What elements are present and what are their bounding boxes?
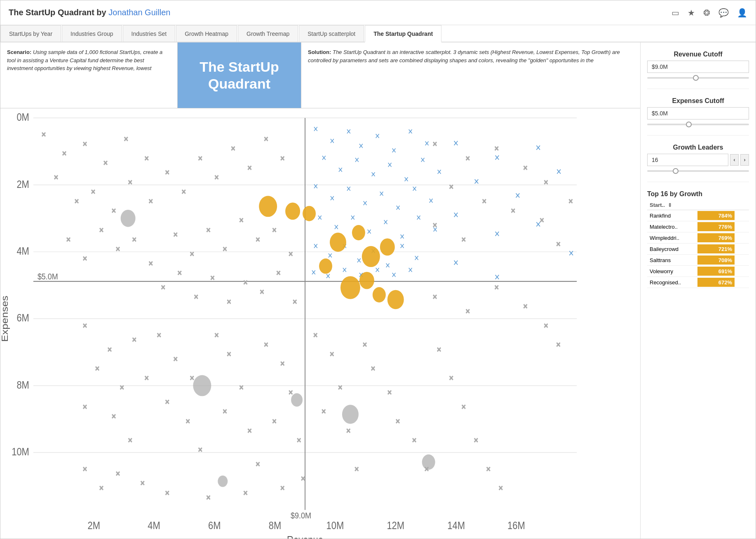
- svg-text:×: ×: [289, 248, 293, 258]
- svg-text:14M: 14M: [447, 519, 465, 531]
- svg-text:×: ×: [190, 373, 194, 383]
- svg-text:×: ×: [280, 483, 284, 493]
- list-item[interactable]: Matelectro..776%: [647, 221, 749, 232]
- svg-text:×: ×: [145, 153, 149, 163]
- growth-leaders-slider-thumb[interactable]: [673, 168, 679, 174]
- startup-pct: 776%: [697, 221, 749, 232]
- expenses-cutoff-slider-thumb[interactable]: [686, 122, 692, 127]
- tab-startup-quadrant[interactable]: The Startup Quadrant: [365, 25, 441, 42]
- svg-text:×: ×: [367, 226, 372, 237]
- svg-text:×: ×: [357, 255, 362, 266]
- svg-text:×: ×: [330, 136, 335, 147]
- list-item[interactable]: Wimpleddri..769%: [647, 232, 749, 244]
- star-icon[interactable]: ★: [688, 8, 695, 18]
- chart-area: Scenario: Using sample data of 1,000 fic…: [0, 42, 640, 539]
- svg-text:×: ×: [91, 187, 95, 197]
- chart-title: The StartUp Quadrant: [200, 59, 279, 92]
- filter-icon[interactable]: ⇕: [668, 202, 672, 208]
- revenue-cutoff-group: Revenue Cutoff: [647, 51, 749, 80]
- svg-text:×: ×: [400, 241, 405, 252]
- svg-text:Revenue: Revenue: [287, 534, 323, 539]
- tabs: StartUps by Year Industries Group Indust…: [0, 25, 756, 42]
- tab-industries-group[interactable]: Industries Group: [62, 25, 122, 42]
- growth-leaders-increment[interactable]: ›: [740, 154, 749, 166]
- svg-text:×: ×: [346, 426, 350, 436]
- desc-scenario: Scenario: Using sample data of 1,000 fic…: [0, 42, 178, 108]
- svg-text:×: ×: [272, 225, 276, 234]
- svg-text:×: ×: [99, 483, 103, 493]
- copy-icon[interactable]: ▭: [671, 8, 679, 18]
- startup-pct: 708%: [697, 255, 749, 266]
- svg-text:×: ×: [568, 247, 574, 259]
- svg-text:×: ×: [556, 166, 561, 178]
- solution-text: The StartUp Quadrant is an interactive s…: [308, 49, 620, 63]
- user-icon[interactable]: 👤: [737, 8, 747, 18]
- svg-point-217: [387, 290, 404, 309]
- svg-text:×: ×: [247, 163, 251, 173]
- svg-text:×: ×: [466, 306, 470, 316]
- title-bar: The StartUp Quadrant by Jonathan Guillen…: [0, 0, 756, 25]
- list-item[interactable]: Baileycrowd721%: [647, 244, 749, 255]
- svg-text:×: ×: [494, 282, 498, 292]
- svg-text:×: ×: [165, 397, 169, 407]
- growth-leaders-stepper: ‹ ›: [647, 154, 749, 166]
- svg-text:×: ×: [145, 373, 149, 383]
- startup-pct: 784%: [697, 210, 749, 221]
- svg-text:×: ×: [210, 272, 214, 282]
- top-list-group: Top 16 by Growth Start.. ⇕ Rankfind784%M…: [647, 190, 749, 288]
- svg-text:×: ×: [227, 349, 231, 359]
- revenue-cutoff-slider-track[interactable]: [647, 77, 749, 79]
- svg-text:×: ×: [280, 153, 284, 163]
- growth-leaders-input[interactable]: [647, 154, 728, 166]
- svg-text:10M: 10M: [326, 519, 344, 531]
- tab-startup-scatterplot[interactable]: StartUp scatterplot: [299, 25, 364, 42]
- svg-text:×: ×: [165, 167, 169, 177]
- comment-icon[interactable]: 💬: [718, 8, 729, 18]
- svg-text:×: ×: [264, 340, 268, 349]
- svg-text:×: ×: [99, 225, 103, 234]
- svg-text:×: ×: [396, 202, 401, 213]
- revenue-cutoff-input[interactable]: [647, 61, 749, 73]
- svg-point-201: [121, 210, 136, 227]
- svg-text:×: ×: [334, 221, 339, 232]
- svg-text:×: ×: [161, 282, 165, 292]
- list-item[interactable]: Salttrans708%: [647, 255, 749, 266]
- svg-text:×: ×: [412, 183, 417, 195]
- svg-text:×: ×: [342, 265, 347, 276]
- svg-text:×: ×: [185, 416, 190, 426]
- svg-text:×: ×: [264, 134, 268, 144]
- expenses-cutoff-slider-track[interactable]: [647, 124, 749, 125]
- svg-text:×: ×: [124, 134, 128, 144]
- svg-text:×: ×: [355, 155, 359, 166]
- tab-industries-set[interactable]: Industries Set: [123, 25, 176, 42]
- expenses-cutoff-label: Expenses Cutoff: [647, 97, 749, 105]
- svg-text:×: ×: [486, 464, 490, 473]
- share-icon[interactable]: ❂: [703, 8, 710, 18]
- revenue-cutoff-slider-thumb[interactable]: [693, 75, 699, 81]
- svg-text:×: ×: [437, 344, 441, 354]
- svg-text:×: ×: [223, 244, 227, 254]
- svg-text:×: ×: [311, 267, 316, 278]
- svg-text:×: ×: [523, 301, 527, 311]
- svg-text:×: ×: [165, 487, 169, 497]
- startup-name: Baileycrowd: [647, 244, 697, 255]
- startup-pct: 769%: [697, 232, 749, 244]
- svg-text:×: ×: [128, 177, 132, 187]
- svg-text:×: ×: [338, 164, 343, 175]
- svg-text:×: ×: [243, 277, 247, 287]
- svg-text:×: ×: [375, 131, 380, 142]
- svg-text:12M: 12M: [387, 519, 404, 531]
- growth-leaders-decrement[interactable]: ‹: [730, 154, 739, 166]
- growth-leaders-slider-track[interactable]: [647, 170, 749, 172]
- expenses-cutoff-input[interactable]: [647, 107, 749, 120]
- tab-growth-heatmap[interactable]: Growth Heatmap: [176, 25, 237, 42]
- svg-point-202: [193, 375, 211, 396]
- svg-text:×: ×: [177, 268, 181, 278]
- author-link[interactable]: Jonathan Guillen: [108, 8, 170, 17]
- tab-startups-by-year[interactable]: StartUps by Year: [0, 25, 61, 42]
- svg-text:×: ×: [239, 215, 243, 225]
- tab-growth-treemap[interactable]: Growth Treemap: [238, 25, 298, 42]
- list-item[interactable]: Voleworry691%: [647, 266, 749, 277]
- list-item[interactable]: Rankfind784%: [647, 210, 749, 221]
- list-item[interactable]: Recognised..672%: [647, 277, 749, 288]
